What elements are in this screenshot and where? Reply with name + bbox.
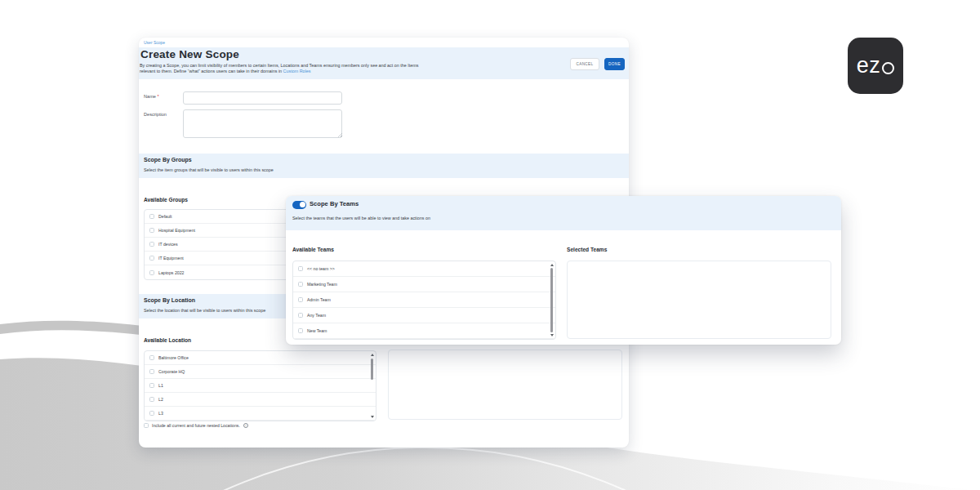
ezo-logo-letters: ez: [857, 55, 881, 77]
checkbox[interactable]: [298, 282, 303, 287]
list-item-label: New Team: [307, 328, 327, 333]
page-description: By creating a Scope, you can limit visib…: [140, 63, 483, 74]
scroll-down-icon[interactable]: [550, 334, 554, 336]
checkbox[interactable]: [149, 228, 154, 233]
checkbox[interactable]: [298, 297, 303, 302]
available-location-list: Baltimore Office Corporate HQ L1 L2 L3: [144, 350, 376, 421]
list-item-label: Admin Team: [307, 297, 331, 302]
checkbox[interactable]: [149, 270, 154, 275]
scope-by-teams-panel: Scope By Teams Select the teams that the…: [286, 196, 841, 345]
list-item-label: IT devices: [158, 242, 178, 247]
scrollbar[interactable]: [549, 262, 555, 338]
scroll-down-icon[interactable]: [371, 416, 374, 418]
list-item-label: Any Team: [307, 313, 326, 318]
info-icon[interactable]: i: [243, 423, 248, 428]
description-textarea[interactable]: [183, 109, 342, 138]
list-item[interactable]: Admin Team: [293, 292, 555, 308]
page-description-line1: By creating a Scope, you can limit visib…: [140, 63, 418, 68]
ezo-logo-o-ring-icon: [882, 62, 894, 74]
list-item[interactable]: Corporate HQ: [145, 365, 376, 379]
list-item-label: Hospital Equipment: [158, 228, 195, 233]
checkbox[interactable]: [149, 355, 154, 360]
checkbox[interactable]: [149, 242, 154, 247]
nested-locations-label: Include all current and future nested Lo…: [152, 423, 240, 428]
scope-by-location-title: Scope By Location: [144, 297, 195, 303]
breadcrumb[interactable]: User Scope: [144, 40, 165, 45]
available-teams-list: << no team >> Marketing Team Admin Team …: [292, 261, 556, 340]
list-item-label: IT Equipment: [158, 256, 184, 261]
scope-by-teams-toggle[interactable]: [292, 201, 306, 209]
screenshot-stage: User Scope Create New Scope By creating …: [0, 0, 980, 490]
scope-by-teams-header: Scope By Teams Select the teams that the…: [286, 196, 841, 230]
list-item-label: << no team >>: [307, 266, 335, 271]
done-button[interactable]: DONE: [604, 58, 625, 70]
cancel-button[interactable]: CANCEL: [570, 58, 599, 70]
available-location-header: Available Location: [144, 337, 191, 343]
selected-location-box: [388, 350, 622, 420]
checkbox[interactable]: [298, 266, 303, 271]
list-item-label: L1: [158, 383, 163, 388]
available-teams-header: Available Teams: [292, 247, 334, 252]
list-item[interactable]: L2: [145, 393, 376, 407]
required-asterisk: *: [157, 94, 158, 99]
scrollbar-thumb[interactable]: [371, 359, 373, 380]
list-item-label: Marketing Team: [307, 282, 337, 287]
list-item-label: Default: [158, 214, 172, 219]
list-item-label: L2: [158, 397, 163, 402]
description-label: Description: [144, 112, 167, 117]
ezo-logo: ez: [848, 38, 903, 94]
checkbox[interactable]: [298, 313, 303, 318]
selected-teams-header: Selected Teams: [567, 247, 607, 252]
toggle-knob: [300, 202, 305, 207]
checkbox[interactable]: [298, 328, 303, 333]
checkbox[interactable]: [149, 256, 154, 261]
list-item[interactable]: L1: [145, 379, 376, 393]
checkbox[interactable]: [149, 397, 154, 402]
list-item[interactable]: New Team: [293, 323, 555, 339]
selected-teams-box: [567, 261, 831, 339]
page-description-line2: relevant to them. Define “what” actions …: [140, 69, 283, 74]
custom-roles-link[interactable]: Custom Roles: [283, 69, 311, 74]
checkbox[interactable]: [144, 423, 149, 428]
list-item[interactable]: Marketing Team: [293, 277, 555, 292]
checkbox[interactable]: [149, 411, 154, 416]
list-item-label: Baltimore Office: [158, 355, 189, 360]
name-label: Name *: [144, 94, 159, 99]
scope-by-groups-subtitle: Select the item groups that will be visi…: [144, 167, 274, 172]
scope-by-teams-subtitle: Select the teams that the users will be …: [292, 216, 430, 220]
list-item[interactable]: << no team >>: [293, 261, 555, 277]
page-header: Create New Scope By creating a Scope, yo…: [139, 47, 629, 79]
page-title: Create New Scope: [140, 48, 239, 60]
nested-locations-checkbox-row[interactable]: Include all current and future nested Lo…: [144, 423, 248, 428]
list-item[interactable]: Baltimore Office: [145, 351, 376, 365]
checkbox[interactable]: [149, 369, 154, 374]
scope-by-groups-title: Scope By Groups: [144, 157, 192, 163]
scope-by-location-subtitle: Select the location that will be visible…: [144, 308, 265, 313]
list-item-label: Corporate HQ: [158, 369, 185, 374]
name-input[interactable]: [183, 91, 342, 105]
list-item-label: Laptops 2022: [158, 270, 184, 275]
scope-by-teams-title: Scope By Teams: [310, 200, 359, 207]
scrollbar-thumb[interactable]: [550, 268, 553, 332]
scrollbar[interactable]: [369, 352, 375, 420]
available-groups-header: Available Groups: [144, 197, 188, 203]
list-item[interactable]: L3: [145, 407, 376, 421]
checkbox[interactable]: [149, 383, 154, 388]
scope-by-groups-header: Scope By Groups Select the item groups t…: [139, 154, 629, 178]
list-item-label: L3: [158, 411, 163, 416]
checkbox[interactable]: [149, 214, 154, 219]
list-item[interactable]: Any Team: [293, 308, 555, 323]
